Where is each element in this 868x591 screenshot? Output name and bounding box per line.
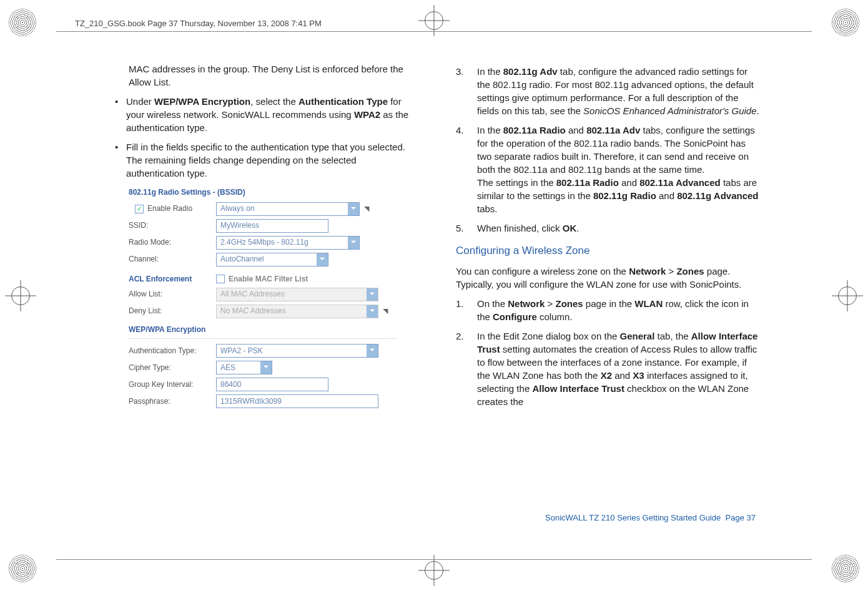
crop-line bbox=[56, 31, 812, 32]
radio-mode-select[interactable]: 2.4GHz 54Mbps - 802.11g bbox=[216, 236, 360, 250]
cipher-select[interactable]: AES bbox=[216, 361, 272, 374]
section-subhead: Configuring a Wireless Zone bbox=[456, 243, 762, 258]
auth-type-label: Authentication Type: bbox=[129, 346, 216, 356]
edit-icon: ◥ bbox=[381, 306, 390, 316]
register-mark-icon bbox=[832, 280, 863, 311]
enable-radio-field: Enable Radio bbox=[129, 203, 216, 214]
ssid-input[interactable]: MyWireless bbox=[216, 219, 328, 233]
step-text: In the Edit Zone dialog box on the Gener… bbox=[477, 330, 762, 408]
printer-mark-icon bbox=[9, 555, 36, 582]
step-item: 2. In the Edit Zone dialog box on the Ge… bbox=[456, 330, 762, 408]
printer-mark-icon bbox=[832, 555, 859, 582]
cipher-label: Cipher Type: bbox=[129, 363, 216, 373]
bullet-item: • Fill in the fields specific to the aut… bbox=[115, 140, 412, 180]
step-number: 2. bbox=[456, 330, 477, 408]
step-text: In the 802.11a Radio and 802.11a Adv tab… bbox=[477, 124, 762, 215]
enable-mac-checkbox[interactable] bbox=[216, 275, 225, 283]
right-column: 3. In the 802.11g Adv tab, configure the… bbox=[456, 62, 762, 504]
section-intro: You can configure a wireless zone on the… bbox=[456, 265, 762, 291]
auth-type-select[interactable]: WPA2 - PSK bbox=[216, 344, 378, 358]
crop-line bbox=[56, 559, 812, 560]
enable-radio-checkbox[interactable] bbox=[135, 205, 144, 213]
step-number: 3. bbox=[456, 65, 477, 117]
settings-screenshot: 802.11g Radio Settings - (BSSID) Enable … bbox=[129, 186, 397, 408]
step-item: 4. In the 802.11a Radio and 802.11a Adv … bbox=[456, 124, 762, 215]
passphrase-input[interactable]: 1315RWRdIk3099 bbox=[216, 394, 378, 408]
channel-select[interactable]: AutoChannel bbox=[216, 253, 328, 266]
printer-mark-icon bbox=[832, 9, 859, 36]
section-title: 802.11g Radio Settings - (BSSID) bbox=[129, 186, 397, 199]
deny-list-label: Deny List: bbox=[129, 306, 216, 316]
schedule-select[interactable]: Always on bbox=[216, 202, 360, 216]
step-number: 5. bbox=[456, 222, 477, 235]
left-column: MAC addresses in the group. The Deny Lis… bbox=[106, 62, 412, 504]
footer-text: SonicWALL TZ 210 Series Getting Started … bbox=[545, 513, 721, 522]
step-text: When finished, click OK. bbox=[477, 222, 762, 235]
edit-icon[interactable]: ◥ bbox=[362, 204, 371, 213]
radio-mode-label: Radio Mode: bbox=[129, 237, 216, 248]
page-number: Page 37 bbox=[726, 513, 756, 522]
header-note: TZ_210_GSG.book Page 37 Thursday, Novemb… bbox=[75, 19, 793, 28]
step-item: 1. On the Network > Zones page in the WL… bbox=[456, 297, 762, 323]
wep-section-title: WEP/WPA Encryption bbox=[129, 325, 397, 335]
allow-list-label: Allow List: bbox=[129, 289, 216, 300]
allow-list-select: All MAC Addresses bbox=[216, 288, 378, 301]
step-text: On the Network > Zones page in the WLAN … bbox=[477, 297, 762, 323]
acl-section-title: ACL Enforcement bbox=[129, 274, 216, 285]
channel-label: Channel: bbox=[129, 254, 216, 265]
bullet-text: Under WEP/WPA Encryption, select the Aut… bbox=[126, 95, 412, 134]
bullet-icon: • bbox=[115, 140, 126, 180]
deny-list-select: No MAC Addresses bbox=[216, 305, 378, 318]
step-item: 5. When finished, click OK. bbox=[456, 222, 762, 235]
passphrase-label: Passphrase: bbox=[129, 396, 216, 407]
printer-mark-icon bbox=[9, 9, 36, 36]
ssid-label: SSID: bbox=[129, 220, 216, 231]
bullet-text: Fill in the fields specific to the authe… bbox=[126, 140, 412, 180]
hanging-intro: MAC addresses in the group. The Deny Lis… bbox=[106, 62, 412, 89]
divider bbox=[129, 338, 397, 339]
bullet-icon: • bbox=[115, 95, 126, 134]
page-footer: SonicWALL TZ 210 Series Getting Started … bbox=[545, 513, 756, 522]
gki-label: Group Key Interval: bbox=[129, 379, 216, 390]
gki-input[interactable]: 86400 bbox=[216, 378, 328, 391]
step-text: In the 802.11g Adv tab, configure the ad… bbox=[477, 65, 762, 117]
step-number: 4. bbox=[456, 124, 477, 215]
step-item: 3. In the 802.11g Adv tab, configure the… bbox=[456, 65, 762, 117]
enable-radio-label: Enable Radio bbox=[147, 203, 192, 214]
step-number: 1. bbox=[456, 297, 477, 323]
register-mark-icon bbox=[5, 280, 36, 311]
bullet-item: • Under WEP/WPA Encryption, select the A… bbox=[115, 95, 412, 134]
enable-mac-label: Enable MAC Filter List bbox=[229, 274, 308, 285]
